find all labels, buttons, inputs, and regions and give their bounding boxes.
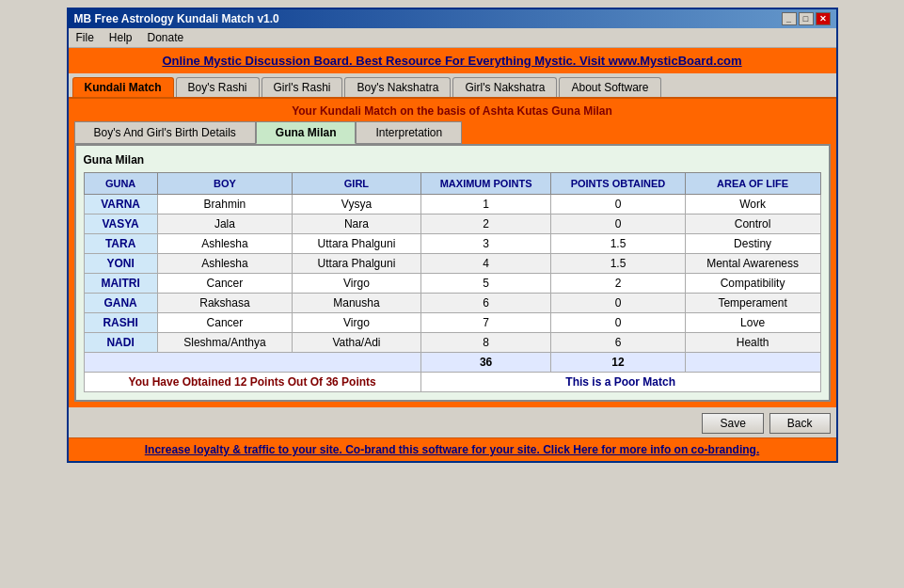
cell-area: Control <box>685 215 820 234</box>
cell-guna: RASHI <box>84 313 157 333</box>
cell-guna: VARNA <box>84 195 157 215</box>
cell-max: 5 <box>420 274 551 294</box>
cell-girl: Vysya <box>293 195 421 215</box>
cell-area: Compatibility <box>685 274 820 294</box>
cell-guna: GANA <box>84 294 157 313</box>
cell-boy: Ashlesha <box>157 254 292 274</box>
table-row: VASYA Jala Nara 2 0 Control <box>84 215 820 234</box>
cell-obtained: 1.5 <box>551 234 685 254</box>
cell-boy: Brahmin <box>157 195 292 215</box>
table-row: MAITRI Cancer Virgo 5 2 Compatibility <box>84 274 820 294</box>
page-subtitle: Your Kundali Match on the basis of Ashta… <box>74 104 831 118</box>
col-header-boy: BOY <box>157 173 292 195</box>
result-left: You Have Obtained 12 Points Out Of 36 Po… <box>84 373 420 392</box>
banner-link[interactable]: Online Mystic Discussion Board. Best Res… <box>162 54 741 68</box>
cell-area: Work <box>685 195 820 215</box>
bottom-banner[interactable]: Increase loyalty & traffic to your site.… <box>69 437 836 461</box>
tab-boys-rashi[interactable]: Boy's Rashi <box>176 77 260 97</box>
cell-girl: Uttara Phalguni <box>293 234 421 254</box>
menu-donate[interactable]: Donate <box>144 30 188 45</box>
table-row: GANA Rakshasa Manusha 6 0 Temperament <box>84 294 820 313</box>
cell-area: Destiny <box>685 234 820 254</box>
cell-area: Health <box>685 333 820 353</box>
totals-row: 36 12 <box>84 353 820 373</box>
content-area: Your Kundali Match on the basis of Ashta… <box>69 97 836 407</box>
col-header-area: AREA OF LIFE <box>685 173 820 195</box>
cell-boy: Jala <box>157 215 292 234</box>
title-bar: MB Free Astrology Kundali Match v1.0 _ □… <box>69 9 836 28</box>
cell-girl: Nara <box>293 215 421 234</box>
cell-max: 2 <box>420 215 551 234</box>
guna-panel-title: Guna Milan <box>84 153 821 167</box>
save-button[interactable]: Save <box>702 413 763 434</box>
cell-guna: YONI <box>84 254 157 274</box>
cell-girl: Manusha <box>293 294 421 313</box>
back-button[interactable]: Back <box>769 413 831 434</box>
cell-boy: Ashlesha <box>157 234 292 254</box>
col-header-max: MAXIMUM POINTS <box>420 173 551 195</box>
table-row: RASHI Cancer Virgo 7 0 Love <box>84 313 820 333</box>
cell-max: 1 <box>420 195 551 215</box>
window-title: MB Free Astrology Kundali Match v1.0 <box>74 12 279 25</box>
main-tabs: Kundali Match Boy's Rashi Girl's Rashi B… <box>69 73 836 97</box>
close-button[interactable]: ✕ <box>816 12 831 25</box>
bottom-banner-link[interactable]: Increase loyalty & traffic to your site.… <box>145 443 759 456</box>
result-right: This is a Poor Match <box>420 373 820 392</box>
cell-girl: Vatha/Adi <box>293 333 421 353</box>
cell-obtained: 0 <box>551 313 685 333</box>
sub-tabs: Boy's And Girl's Birth Details Guna Mila… <box>74 121 831 144</box>
guna-milan-panel: Guna Milan GUNA BOY GIRL MAXIMUM POINTS … <box>74 144 831 402</box>
cell-boy: Sleshma/Anthya <box>157 333 292 353</box>
tab-girls-nakshatra[interactable]: Girl's Nakshatra <box>452 77 557 97</box>
sub-tab-birth-details[interactable]: Boy's And Girl's Birth Details <box>74 121 256 144</box>
cell-obtained: 0 <box>551 215 685 234</box>
result-row: You Have Obtained 12 Points Out Of 36 Po… <box>84 373 820 392</box>
cell-max: 7 <box>420 313 551 333</box>
top-banner[interactable]: Online Mystic Discussion Board. Best Res… <box>69 48 836 73</box>
cell-area: Love <box>685 313 820 333</box>
maximize-button[interactable]: □ <box>799 12 814 25</box>
cell-max: 8 <box>420 333 551 353</box>
cell-obtained: 0 <box>551 195 685 215</box>
cell-obtained: 0 <box>551 294 685 313</box>
totals-area <box>685 353 820 373</box>
cell-guna: MAITRI <box>84 274 157 294</box>
table-row: NADI Sleshma/Anthya Vatha/Adi 8 6 Health <box>84 333 820 353</box>
tab-boys-nakshatra[interactable]: Boy's Nakshatra <box>344 77 451 97</box>
cell-guna: NADI <box>84 333 157 353</box>
totals-obtained: 12 <box>551 353 685 373</box>
col-header-obtained: POINTS OBTAINED <box>551 173 685 195</box>
totals-label <box>84 353 420 373</box>
menu-file[interactable]: File <box>72 30 98 45</box>
main-window: MB Free Astrology Kundali Match v1.0 _ □… <box>67 8 838 463</box>
title-bar-buttons: _ □ ✕ <box>782 12 831 25</box>
tab-kundali-match[interactable]: Kundali Match <box>72 77 174 97</box>
menu-bar: File Help Donate <box>69 28 836 48</box>
cell-area: Mental Awareness <box>685 254 820 274</box>
cell-girl: Virgo <box>293 313 421 333</box>
cell-guna: VASYA <box>84 215 157 234</box>
col-header-guna: GUNA <box>84 173 157 195</box>
totals-max: 36 <box>420 353 551 373</box>
tab-girls-rashi[interactable]: Girl's Rashi <box>262 77 343 97</box>
cell-boy: Rakshasa <box>157 294 292 313</box>
cell-obtained: 2 <box>551 274 685 294</box>
guna-table: GUNA BOY GIRL MAXIMUM POINTS POINTS OBTA… <box>84 172 821 392</box>
cell-area: Temperament <box>685 294 820 313</box>
minimize-button[interactable]: _ <box>782 12 797 25</box>
cell-boy: Cancer <box>157 274 292 294</box>
cell-boy: Cancer <box>157 313 292 333</box>
cell-guna: TARA <box>84 234 157 254</box>
cell-obtained: 1.5 <box>551 254 685 274</box>
col-header-girl: GIRL <box>293 173 421 195</box>
menu-help[interactable]: Help <box>105 30 136 45</box>
cell-max: 3 <box>420 234 551 254</box>
table-row: TARA Ashlesha Uttara Phalguni 3 1.5 Dest… <box>84 234 820 254</box>
table-row: VARNA Brahmin Vysya 1 0 Work <box>84 195 820 215</box>
sub-tab-guna-milan[interactable]: Guna Milan <box>256 121 357 144</box>
cell-girl: Uttara Phalguni <box>293 254 421 274</box>
table-row: YONI Ashlesha Uttara Phalguni 4 1.5 Ment… <box>84 254 820 274</box>
tab-about-software[interactable]: About Software <box>559 77 660 97</box>
sub-tab-interpretation[interactable]: Interpretation <box>356 121 462 144</box>
cell-girl: Virgo <box>293 274 421 294</box>
